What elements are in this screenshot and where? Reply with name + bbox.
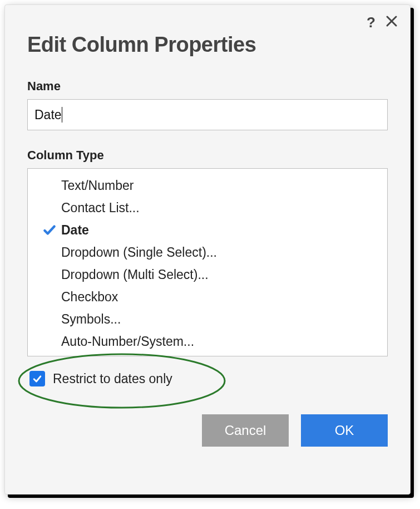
type-option-dropdown-single[interactable]: Dropdown (Single Select)... [28, 241, 387, 263]
name-input[interactable] [27, 99, 388, 130]
type-option-label: Auto-Number/System... [61, 334, 194, 349]
name-label: Name [27, 79, 388, 94]
type-option-contact-list[interactable]: Contact List... [28, 197, 387, 219]
type-option-date[interactable]: Date [28, 219, 387, 241]
type-option-symbols[interactable]: Symbols... [28, 308, 387, 330]
check-icon [38, 223, 61, 237]
type-option-label: Dropdown (Multi Select)... [61, 267, 209, 282]
close-icon[interactable] [386, 14, 398, 31]
column-type-label: Column Type [27, 148, 388, 163]
type-option-label: Dropdown (Single Select)... [61, 245, 217, 260]
type-option-checkbox[interactable]: Checkbox [28, 286, 387, 308]
help-icon[interactable]: ? [367, 14, 375, 31]
type-option-label: Text/Number [61, 178, 134, 193]
text-cursor [62, 107, 62, 123]
restrict-label: Restrict to dates only [53, 371, 172, 386]
column-type-list: Text/Number Contact List... Date Dropdow… [27, 168, 388, 356]
type-option-label: Checkbox [61, 290, 118, 305]
restrict-checkbox[interactable] [29, 371, 45, 386]
type-option-dropdown-multi[interactable]: Dropdown (Multi Select)... [28, 263, 387, 286]
dialog-title: Edit Column Properties [27, 33, 388, 57]
cancel-button[interactable]: Cancel [202, 414, 289, 447]
type-option-autonumber[interactable]: Auto-Number/System... [28, 330, 387, 353]
type-option-label: Symbols... [61, 312, 121, 327]
edit-column-dialog: ? Edit Column Properties Name Column Typ… [4, 4, 411, 495]
type-option-label: Date [61, 223, 89, 238]
type-option-label: Contact List... [61, 200, 140, 216]
type-option-text-number[interactable]: Text/Number [28, 174, 387, 197]
ok-button[interactable]: OK [301, 414, 388, 447]
